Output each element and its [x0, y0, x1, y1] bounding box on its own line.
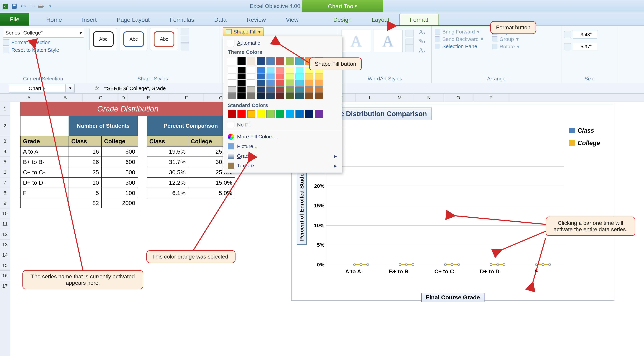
- color-swatch[interactable]: [238, 80, 246, 86]
- formula-input[interactable]: =SERIES("College",'Grade ibution'!$F$4:$…: [102, 85, 644, 91]
- cell-class[interactable]: 10: [69, 177, 102, 188]
- color-swatch[interactable]: [257, 67, 265, 73]
- row-header[interactable]: 6: [0, 167, 10, 177]
- color-swatch[interactable]: [238, 57, 246, 65]
- column-header[interactable]: B: [48, 93, 82, 102]
- color-swatch[interactable]: [296, 73, 304, 79]
- color-swatch[interactable]: [296, 110, 304, 118]
- color-swatch[interactable]: [296, 86, 304, 93]
- bar-college[interactable]: [354, 264, 368, 265]
- color-swatch[interactable]: [276, 93, 284, 99]
- color-swatch[interactable]: [296, 57, 304, 65]
- row-header[interactable]: 4: [0, 146, 10, 157]
- no-fill[interactable]: No Fill: [224, 120, 341, 130]
- fill-automatic[interactable]: Automatic: [224, 38, 341, 48]
- color-swatch[interactable]: [247, 67, 255, 73]
- color-swatch[interactable]: [286, 93, 294, 99]
- color-swatch[interactable]: [266, 93, 275, 99]
- column-header[interactable]: L: [356, 93, 385, 102]
- cell-grade[interactable]: C+ to C-: [20, 167, 69, 177]
- redo-icon[interactable]: ↷▾: [28, 2, 36, 10]
- color-swatch[interactable]: [266, 67, 275, 73]
- cell-college[interactable]: 100: [102, 188, 138, 198]
- color-swatch[interactable]: [247, 86, 255, 93]
- color-swatch[interactable]: [257, 73, 265, 79]
- legend-item-class[interactable]: Class: [569, 127, 609, 134]
- color-swatch[interactable]: [305, 86, 313, 93]
- cell-pcollege[interactable]: 15.0%: [188, 177, 235, 188]
- color-swatch[interactable]: [305, 73, 313, 79]
- column-header[interactable]: F: [169, 93, 204, 102]
- color-swatch[interactable]: [315, 73, 323, 79]
- color-swatch[interactable]: [257, 57, 265, 65]
- color-swatch[interactable]: [247, 73, 255, 79]
- column-header[interactable]: P: [473, 93, 509, 102]
- tab-page-layout[interactable]: Page Layout: [107, 14, 160, 25]
- bar-college[interactable]: [536, 264, 550, 265]
- color-swatch[interactable]: [315, 110, 323, 118]
- color-swatch[interactable]: [247, 57, 255, 65]
- color-swatch[interactable]: [228, 93, 236, 99]
- color-swatch[interactable]: [238, 93, 246, 99]
- cell-pclass[interactable]: 12.2%: [147, 177, 188, 188]
- shape-fill-button[interactable]: Shape Fill ▾: [223, 27, 264, 36]
- reset-style-button[interactable]: Reset to Match Style: [3, 47, 83, 53]
- shape-style-1[interactable]: Abc: [90, 28, 117, 50]
- qat-customize-icon[interactable]: ▾: [46, 2, 54, 10]
- tab-data[interactable]: Data: [204, 14, 236, 25]
- bring-forward-button[interactable]: Bring Forward ▾: [435, 28, 483, 35]
- color-swatch[interactable]: [266, 57, 275, 65]
- row-header[interactable]: 15: [0, 260, 10, 271]
- color-swatch[interactable]: [257, 80, 265, 86]
- color-swatch[interactable]: [305, 93, 313, 99]
- name-box[interactable]: Chart 3: [9, 84, 66, 92]
- selection-pane-button[interactable]: Selection Pane: [435, 43, 483, 50]
- name-box-dropdown[interactable]: ▾: [66, 84, 74, 92]
- row-header[interactable]: 16: [0, 271, 10, 281]
- tab-format[interactable]: Format: [399, 14, 439, 25]
- cell-pclass[interactable]: 31.7%: [147, 157, 188, 167]
- tab-formulas[interactable]: Formulas: [160, 14, 204, 25]
- color-swatch[interactable]: [228, 57, 236, 65]
- cell-college[interactable]: 500: [102, 146, 138, 157]
- row-header[interactable]: 11: [0, 219, 10, 229]
- cell-college[interactable]: 600: [102, 157, 138, 167]
- color-swatch[interactable]: [247, 93, 255, 99]
- color-swatch[interactable]: [315, 80, 323, 86]
- cell-class[interactable]: 5: [69, 188, 102, 198]
- column-header[interactable]: E: [128, 93, 169, 102]
- tab-home[interactable]: Home: [36, 14, 72, 25]
- color-swatch[interactable]: [228, 110, 236, 118]
- cell-class[interactable]: 26: [69, 157, 102, 167]
- color-swatch[interactable]: [247, 110, 255, 118]
- cell-grade[interactable]: D+ to D-: [20, 177, 69, 188]
- chart-legend[interactable]: Class College: [564, 124, 609, 282]
- undo-icon[interactable]: ↶▾: [19, 2, 27, 10]
- color-swatch[interactable]: [238, 73, 246, 79]
- row-header[interactable]: 7: [0, 177, 10, 188]
- row-header[interactable]: 14: [0, 250, 10, 260]
- color-swatch[interactable]: [238, 110, 246, 118]
- color-swatch[interactable]: [286, 80, 294, 86]
- color-swatch[interactable]: [305, 80, 313, 86]
- cell-grade[interactable]: B+ to B-: [20, 157, 69, 167]
- color-swatch[interactable]: [286, 67, 294, 73]
- row-header[interactable]: 17: [0, 281, 10, 291]
- row-header[interactable]: 8: [0, 188, 10, 198]
- color-swatch[interactable]: [228, 73, 236, 79]
- color-swatch[interactable]: [296, 67, 304, 73]
- tab-view[interactable]: View: [276, 14, 308, 25]
- row-header[interactable]: 2: [0, 116, 10, 136]
- color-swatch[interactable]: [276, 67, 284, 73]
- color-swatch[interactable]: [228, 80, 236, 86]
- column-header[interactable]: A: [10, 93, 48, 102]
- tab-review[interactable]: Review: [236, 14, 276, 25]
- row-header[interactable]: 3: [0, 136, 10, 146]
- color-swatch[interactable]: [247, 80, 255, 86]
- more-fill-colors[interactable]: More Fill Colors...: [224, 132, 341, 141]
- color-swatch[interactable]: [315, 93, 323, 99]
- column-header[interactable]: N: [414, 93, 444, 102]
- color-swatch[interactable]: [286, 86, 294, 93]
- color-swatch[interactable]: [257, 93, 265, 99]
- x-axis-title[interactable]: Final Course Grade: [421, 293, 484, 302]
